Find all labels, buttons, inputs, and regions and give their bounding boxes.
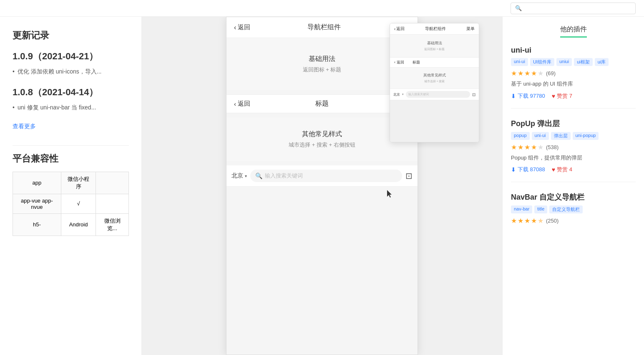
plugin-name-uni-ui[interactable]: uni-ui: [511, 46, 636, 55]
tag-uni-ui-1[interactable]: uni-ui: [511, 58, 528, 66]
thumb-scan: ⊡: [472, 92, 475, 97]
table-cell-browser: 微信浏览...: [96, 213, 129, 236]
plugin-name-popup[interactable]: PopUp 弹出层: [511, 119, 636, 129]
sub-nav-back[interactable]: ‹ 返回: [234, 100, 250, 108]
sub-nav-title: 标题: [315, 99, 329, 108]
other-styles-title: 其他常见样式: [235, 130, 409, 139]
search-magnify-icon: 🔍: [255, 172, 262, 179]
download-stat-uni-ui[interactable]: ⬇ 下载 97780: [511, 92, 545, 100]
platform-title: 平台兼容性: [13, 152, 129, 165]
thumb-sub-nav: ‹ 返回 标题: [390, 58, 479, 68]
other-styles-section: 其他常见样式 城市选择 + 搜索 + 右侧按钮: [226, 117, 418, 161]
sub-nav-back-label: 返回: [238, 100, 250, 108]
dropdown-icon: ▾: [245, 174, 247, 178]
table-cell-empty: [96, 194, 129, 213]
top-search-bar[interactable]: 🔍: [511, 3, 636, 14]
download-icon-2: ⬇: [511, 166, 516, 173]
thumb-city: 北京: [393, 92, 400, 97]
right-panel: 他的插件 uni-ui uni-ui UI组件库 uniui ui框架 ui库 …: [502, 17, 644, 355]
download-icon: ⬇: [511, 93, 516, 99]
search-nav-bar: 北京 ▾ 🔍 输入搜索关键词 ⊡: [226, 165, 418, 187]
thumb-nav-menu: 菜单: [466, 26, 475, 32]
thumb-basic-title: 基础用法: [394, 41, 475, 46]
version-block-2: 1.0.8（2021-04-14） • uni 修复 uni-nav-bar 当…: [13, 86, 129, 112]
nav-back-label: 返回: [238, 23, 250, 31]
thumb-dropdown: ▾: [402, 93, 404, 96]
plugin-desc-uni-ui: 基于 uni-app 的 UI 组件库: [511, 80, 636, 88]
version-block-1: 1.0.9（2021-04-21） • 优化 添加依赖 uni-icons，导入…: [13, 50, 129, 76]
rating-count-navbar: (250): [546, 218, 558, 224]
plugin-stats-uni-ui: ⬇ 下载 97780 ♥ 赞赏 7: [511, 92, 636, 100]
thumb-other-section: 其他常见样式 城市选择 + 搜索: [390, 68, 479, 89]
table-cell-app: app-vue app-nvue: [13, 194, 61, 213]
version-1-item-1: • 优化 添加依赖 uni-icons，导入...: [13, 67, 129, 76]
sub-nav-bar: ‹ 返回 标题: [226, 94, 418, 113]
empty-area: [226, 187, 418, 354]
top-search-icon: 🔍: [515, 5, 522, 11]
city-label: 北京: [231, 172, 243, 180]
table-row-2: h5- Android 微信浏览...: [13, 213, 129, 236]
version-2-title: 1.0.8（2021-04-14）: [13, 86, 129, 99]
search-placeholder: 输入搜索关键词: [265, 172, 397, 180]
thumb-nav-bar: ‹ 返回 导航栏组件 菜单: [390, 23, 479, 35]
table-header-extra: [96, 172, 129, 194]
thumbnail-preview: ‹ 返回 导航栏组件 菜单 基础用法 返回图标 + 标题 ‹ 返回 标题 其他常…: [390, 23, 479, 142]
tag-uni-ui-5[interactable]: ui库: [595, 58, 609, 66]
thumb-basic-subtitle: 返回图标 + 标题: [394, 47, 475, 51]
heart-icon-1: ♥: [552, 93, 555, 99]
tag-navbar-1[interactable]: nav-bar: [511, 205, 532, 213]
basic-usage-subtitle: 返回图标 + 标题: [235, 66, 409, 74]
tag-popup-3[interactable]: 弹出层: [551, 132, 571, 140]
city-selector[interactable]: 北京 ▾: [231, 172, 247, 180]
stars-navbar: ★ ★ ★ ★ ★: [511, 217, 543, 225]
plugin-name-navbar[interactable]: NavBar 自定义导航栏: [511, 192, 636, 202]
plugin-stats-popup: ⬇ 下载 87088 ♥ 赞赏 4: [511, 166, 636, 173]
main-nav-bar: ‹ 返回 导航栏组件 菜单: [226, 17, 418, 38]
search-box[interactable]: 🔍 输入搜索关键词: [250, 170, 402, 182]
other-styles-subtitle: 城市选择 + 搜索 + 右侧按钮: [235, 141, 409, 149]
compat-table: app 微信小程序 app-vue app-nvue √ h5- Android…: [13, 172, 129, 236]
tag-uni-ui-2[interactable]: UI组件库: [530, 58, 554, 66]
tag-popup-1[interactable]: popup: [511, 132, 530, 140]
sub-chevron-icon: ‹: [234, 100, 236, 107]
stars-popup: ★ ★ ★ ★ ★: [511, 143, 543, 151]
update-title: 更新记录: [13, 29, 129, 42]
rating-count-popup: (538): [546, 144, 558, 150]
nav-back-button[interactable]: ‹ 返回: [234, 23, 250, 31]
tag-navbar-2[interactable]: title: [534, 205, 547, 213]
tag-navbar-3[interactable]: 自定义导航栏: [549, 205, 583, 213]
heart-icon-2: ♥: [552, 166, 555, 173]
chevron-left-icon: ‹: [234, 24, 236, 31]
tag-uni-ui-4[interactable]: ui框架: [574, 58, 593, 66]
thumb-subnav-title: 标题: [413, 60, 420, 65]
download-stat-popup[interactable]: ⬇ 下载 87088: [511, 166, 545, 173]
tag-popup-2[interactable]: uni-ui: [532, 132, 549, 140]
stars-uni-ui: ★ ★ ★ ★ ★: [511, 69, 543, 77]
rating-count-uni-ui: (69): [546, 70, 556, 76]
plugin-tags-navbar: nav-bar title 自定义导航栏: [511, 205, 636, 213]
like-stat-popup[interactable]: ♥ 赞赏 4: [552, 166, 572, 173]
thumb-other-subtitle: 城市选择 + 搜索: [394, 79, 475, 84]
tag-uni-ui-3[interactable]: uniui: [556, 58, 572, 66]
like-stat-uni-ui[interactable]: ♥ 赞赏 7: [552, 92, 572, 100]
table-cell-android: Android: [61, 213, 96, 236]
center-panel: ‹ 返回 导航栏组件 菜单 基础用法 返回图标 + 标题 ‹ 返回: [142, 17, 502, 355]
basic-usage-section: 基础用法 返回图标 + 标题: [226, 38, 418, 90]
mobile-frame: ‹ 返回 导航栏组件 菜单 基础用法 返回图标 + 标题 ‹ 返回: [226, 17, 418, 355]
plugin-item-navbar: NavBar 自定义导航栏 nav-bar title 自定义导航栏 ★ ★ ★…: [511, 192, 636, 236]
table-header-wechat: 微信小程序: [61, 172, 96, 194]
plugins-tab[interactable]: 他的插件: [560, 25, 587, 38]
thumb-nav-back: ‹ 返回: [394, 26, 405, 32]
plugin-item-uni-ui: uni-ui uni-ui UI组件库 uniui ui框架 ui库 ★ ★ ★…: [511, 46, 636, 109]
thumb-subnav-back: ‹ 返回: [394, 60, 404, 65]
plugin-item-popup: PopUp 弹出层 popup uni-ui 弹出层 uni-popup ★ ★…: [511, 119, 636, 183]
plugin-desc-popup: Popup 组件，提供常用的弹层: [511, 154, 636, 162]
thumb-body: [390, 100, 479, 142]
left-panel: 更新记录 1.0.9（2021-04-21） • 优化 添加依赖 uni-ico…: [0, 17, 142, 355]
plugin-tags-popup: popup uni-ui 弹出层 uni-popup: [511, 132, 636, 140]
scan-button[interactable]: ⊡: [405, 171, 413, 181]
thumb-search-nav: 北京 ▾ 输入搜索关键词 ⊡: [390, 89, 479, 100]
thumb-nav-title: 导航栏组件: [425, 26, 446, 32]
tag-popup-4[interactable]: uni-popup: [573, 132, 599, 140]
see-more-link[interactable]: 查看更多: [13, 123, 36, 130]
